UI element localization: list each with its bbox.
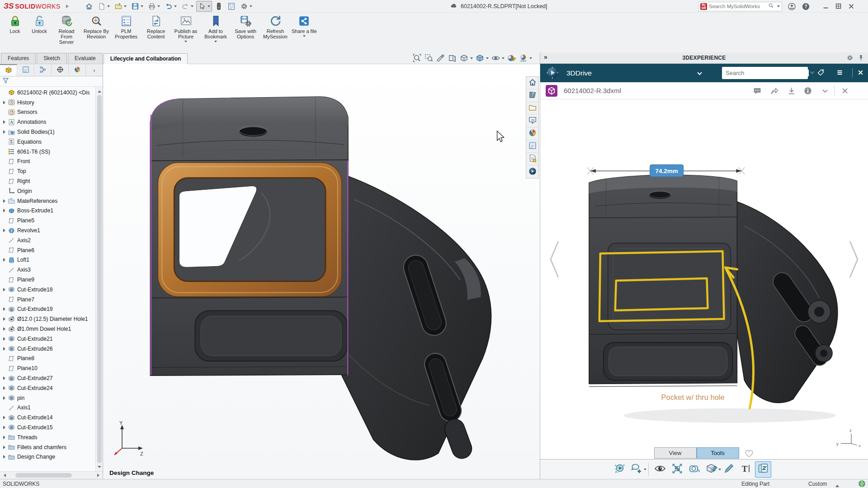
tree-item-history[interactable]: History: [0, 98, 95, 108]
tree-horizontal-scrollbar[interactable]: [0, 471, 103, 479]
dropdown-caret-icon[interactable]: [470, 57, 473, 61]
tree-item-plane10[interactable]: Plane10: [0, 363, 95, 373]
3ddrive-search[interactable]: [722, 67, 808, 79]
tree-item-right[interactable]: Right: [0, 176, 95, 186]
tab-tools[interactable]: Tools: [697, 447, 739, 459]
hide-show-button[interactable]: [652, 461, 668, 478]
tree-item-front[interactable]: Front: [0, 157, 95, 167]
expand-button[interactable]: [821, 86, 830, 95]
close-app-icon[interactable]: [857, 69, 864, 76]
hide-show-items-button[interactable]: [491, 53, 505, 63]
configurationmanager-tab[interactable]: [34, 64, 52, 76]
tree-item-revolve1[interactable]: Revolve1: [0, 225, 95, 235]
expand-arrow-icon[interactable]: [2, 288, 8, 291]
dropdown-caret-icon[interactable]: [303, 35, 306, 38]
tree-item-plane5[interactable]: Plane5: [0, 216, 95, 225]
tree-item-annotations[interactable]: AAnnotations: [0, 117, 95, 127]
search-icon[interactable]: [768, 3, 774, 10]
restore-button[interactable]: [835, 2, 843, 10]
tree-item-cut-extrude21[interactable]: Cut-Extrude21: [0, 334, 95, 344]
zoom-to-fit-button[interactable]: [412, 53, 422, 63]
dropdown-caret-icon[interactable]: [107, 5, 110, 9]
tab-features[interactable]: Features: [1, 53, 36, 64]
info-button[interactable]: [803, 86, 812, 95]
dropdown-caret-icon[interactable]: [529, 57, 532, 61]
tree-item-plane6[interactable]: Plane6: [0, 245, 95, 255]
view-orientation-button[interactable]: [459, 53, 473, 63]
tag-icon[interactable]: [817, 69, 825, 76]
markup-section-button[interactable]: [703, 461, 720, 478]
share-button[interactable]: [770, 86, 779, 95]
featuremanager-tab[interactable]: [0, 64, 17, 76]
zoom-to-area-button[interactable]: [424, 53, 434, 63]
previous-view-button[interactable]: [447, 53, 458, 63]
new-document-button[interactable]: [96, 1, 112, 12]
expand-arrow-icon[interactable]: [2, 199, 8, 203]
tree-item-threads[interactable]: Threads: [0, 432, 95, 442]
text-button[interactable]: T: [738, 461, 754, 478]
home-button[interactable]: [83, 1, 95, 12]
scroll-thumb[interactable]: [97, 95, 102, 463]
previous-slide-chevron[interactable]: [547, 239, 562, 280]
3d-preview[interactable]: Pocket w/ thru hole 74.2mm z y x: [540, 99, 868, 447]
tree-item-solid-bodies-1[interactable]: Solid Bodies(1): [0, 127, 95, 137]
measure-button[interactable]: [686, 461, 703, 478]
taskpane-3dexperience-compass-button[interactable]: [526, 165, 538, 178]
tab-lifecycle-and-collaboration[interactable]: Lifecycle and Collaboration: [104, 53, 188, 64]
save-button[interactable]: [129, 1, 145, 12]
panel-pin-icon[interactable]: [857, 54, 864, 61]
publish-as-picture-button[interactable]: Publish as Picture: [171, 14, 201, 45]
lock-button[interactable]: Lock: [3, 14, 27, 35]
taskpane-file-explorer-button[interactable]: [526, 102, 538, 115]
file-properties-button[interactable]: [226, 1, 237, 12]
tree-item-12-0-12-5-diameter-hole1[interactable]: Ø12.0 (12.5) Diameter Hole1: [0, 314, 95, 324]
tree-item-plane9[interactable]: Plane9: [0, 275, 95, 285]
comments-button[interactable]: [753, 86, 762, 95]
tab-sketch[interactable]: Sketch: [37, 53, 67, 64]
expand-arrow-icon[interactable]: [2, 376, 8, 380]
units-selector[interactable]: Custom: [808, 481, 827, 487]
tree-item-cut-extrude14[interactable]: Cut-Extrude14: [0, 413, 95, 422]
tree-item-cut-extrude15[interactable]: Cut-Extrude15: [0, 422, 95, 432]
tree-item-origin[interactable]: Origin: [0, 186, 95, 196]
dropdown-caret-icon[interactable]: [250, 5, 252, 9]
taskpane-home-button[interactable]: [526, 77, 538, 89]
replace-content-button[interactable]: Replace Content: [141, 14, 171, 40]
expand-arrow-icon[interactable]: [2, 426, 8, 429]
tree-item-cut-extrude27[interactable]: Cut-Extrude27: [0, 373, 95, 383]
tree-item-plane8[interactable]: Plane8: [0, 354, 95, 364]
tab-view[interactable]: View: [654, 447, 697, 459]
plm-properties-button[interactable]: PLM Properties: [111, 14, 141, 40]
expand-arrow-icon[interactable]: [2, 455, 8, 459]
dropdown-caret-icon[interactable]: [191, 5, 193, 9]
minimize-button[interactable]: [822, 2, 830, 10]
tree-filter-row[interactable]: [0, 76, 103, 87]
open-button[interactable]: [113, 1, 128, 12]
expand-arrow-icon[interactable]: [2, 386, 8, 390]
reload-from-server-button[interactable]: Reload From Server: [52, 14, 81, 46]
add-comment-button[interactable]: [629, 461, 645, 478]
tree-item-axis2[interactable]: Axis2: [0, 235, 95, 245]
print-button[interactable]: [146, 1, 162, 12]
mysolidworks-search[interactable]: MySW: [698, 2, 782, 11]
scroll-left-button[interactable]: [0, 472, 7, 479]
refresh-mysession-button[interactable]: Refresh MySession: [260, 14, 290, 40]
filter-icon[interactable]: [2, 77, 9, 85]
expand-arrow-icon[interactable]: [2, 436, 8, 439]
undo-button[interactable]: [163, 1, 179, 12]
taskpane-properties-button[interactable]: [526, 140, 538, 153]
tree-item-matereferences[interactable]: MateReferences: [0, 196, 95, 206]
expand-arrow-icon[interactable]: [2, 347, 8, 351]
3ddrive-search-input[interactable]: [722, 70, 809, 76]
graphics-viewport[interactable]: Y Z Design Change: [103, 64, 540, 479]
expand-arrow-icon[interactable]: [2, 120, 8, 124]
manager-tabs-expand-button[interactable]: ›: [86, 64, 103, 76]
menu-icon[interactable]: [836, 69, 844, 76]
save-with-options-button[interactable]: Save with Options: [231, 14, 260, 40]
tree-item-1-0mm-dowel-hole1[interactable]: Ø1.0mm Dowel Hole1: [0, 324, 95, 334]
file-name[interactable]: 60214002-R.3dxml: [564, 82, 621, 99]
tree-item-pin[interactable]: pin: [0, 393, 95, 403]
panel-settings-gear-icon[interactable]: [846, 54, 854, 61]
close-window-button[interactable]: [847, 2, 855, 10]
tree-root-item[interactable]: 60214002-R (60214002) <Display Sta: [0, 88, 95, 98]
